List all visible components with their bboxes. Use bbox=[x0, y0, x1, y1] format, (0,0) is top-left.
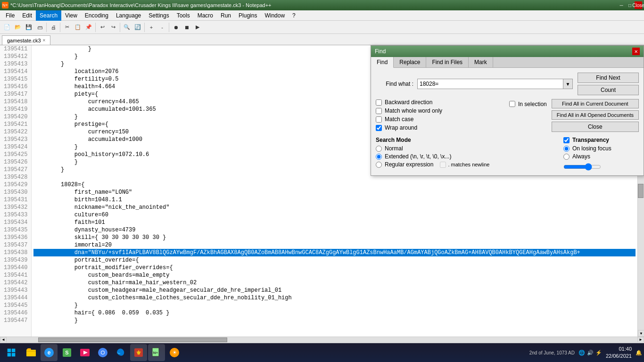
code-line: culture=60 bbox=[33, 211, 636, 219]
menu-run[interactable]: Run bbox=[217, 10, 235, 21]
search-mode-normal-radio[interactable] bbox=[376, 146, 382, 152]
backward-direction-option: Backward direction bbox=[376, 99, 504, 106]
start-button[interactable] bbox=[2, 345, 21, 360]
count-button[interactable]: Count bbox=[578, 85, 639, 95]
taskbar-icon-2[interactable]: e bbox=[41, 344, 58, 361]
search-mode-normal-label: Normal bbox=[385, 145, 403, 152]
menu-search[interactable]: Search bbox=[36, 10, 61, 21]
taskbar-media[interactable] bbox=[76, 344, 93, 361]
match-whole-word-checkbox[interactable] bbox=[376, 108, 382, 114]
tb-paste[interactable]: 📌 bbox=[83, 22, 94, 33]
tb-replace[interactable]: 🔄 bbox=[132, 22, 143, 33]
menu-macro[interactable]: Macro bbox=[194, 10, 217, 21]
find-next-button[interactable]: Find Next bbox=[578, 73, 639, 83]
tb-macro-rec[interactable]: ⏺ bbox=[171, 22, 181, 33]
taskbar-icon-extra[interactable]: ☀ bbox=[166, 344, 183, 361]
find-dialog-close-button[interactable]: ✕ bbox=[632, 48, 640, 55]
tb-find[interactable]: 🔍 bbox=[122, 22, 132, 33]
code-line: } bbox=[33, 302, 636, 309]
search-mode-extended-radio[interactable] bbox=[376, 154, 382, 160]
taskbar-explorer[interactable] bbox=[23, 344, 40, 361]
find-all-current-button[interactable]: Find All in Current Document bbox=[552, 99, 639, 108]
find-tab-find-in-files[interactable]: Find in Files bbox=[426, 57, 469, 67]
line-number: 1395437 bbox=[4, 241, 27, 249]
tb-undo[interactable]: ↩ bbox=[97, 22, 107, 33]
find-what-input[interactable] bbox=[417, 79, 563, 89]
match-case-checkbox[interactable] bbox=[376, 116, 382, 123]
find-options: Backward direction Match whole word only… bbox=[376, 99, 504, 131]
volume-icon[interactable]: 🔊 bbox=[587, 350, 594, 356]
tb-macro-stop[interactable]: ⏹ bbox=[182, 22, 192, 33]
match-whole-word-label: Match whole word only bbox=[385, 107, 442, 114]
line-number: 1395446 bbox=[4, 309, 27, 317]
wrap-around-checkbox[interactable] bbox=[376, 125, 382, 131]
tb-save[interactable]: 💾 bbox=[24, 22, 34, 33]
scroll-right-button[interactable]: ► bbox=[637, 337, 644, 343]
transparency-always-radio[interactable] bbox=[563, 154, 570, 160]
menu-help[interactable]: ? bbox=[289, 10, 299, 21]
horizontal-scrollbar[interactable]: ◄ ► bbox=[0, 337, 644, 342]
horizontal-scrollbar-track[interactable] bbox=[7, 337, 637, 342]
tb-saveall[interactable]: 🗃 bbox=[34, 22, 45, 33]
search-mode-section: Search Mode Normal Extended (\n, \r, \t,… bbox=[376, 137, 554, 171]
scroll-left-button[interactable]: ◄ bbox=[0, 337, 7, 343]
tb-zoomin[interactable]: + bbox=[146, 22, 157, 33]
transparency-label: Transparency bbox=[563, 137, 639, 143]
menu-settings[interactable]: Settings bbox=[145, 10, 173, 21]
close-button[interactable]: Close bbox=[635, 1, 642, 9]
search-mode-regex-radio[interactable] bbox=[376, 162, 382, 168]
menu-file[interactable]: File bbox=[2, 10, 18, 21]
menu-view[interactable]: View bbox=[61, 10, 81, 21]
code-line: custom_hair=male_hair_western_02 bbox=[33, 279, 636, 287]
tb-open[interactable]: 📂 bbox=[13, 22, 23, 33]
backward-direction-checkbox[interactable] bbox=[376, 99, 382, 106]
line-number: 1395423 bbox=[4, 136, 27, 143]
tb-new[interactable]: 📄 bbox=[2, 22, 12, 33]
tb-copy[interactable]: 📋 bbox=[73, 22, 83, 33]
tb-print[interactable]: 🖨 bbox=[48, 22, 58, 33]
transparency-losing-focus-radio[interactable] bbox=[563, 146, 570, 152]
find-tab-mark[interactable]: Mark bbox=[469, 57, 493, 67]
taskbar-icon-3[interactable]: S bbox=[58, 344, 75, 361]
find-what-dropdown[interactable]: ▼ bbox=[563, 79, 573, 89]
transparency-slider[interactable] bbox=[563, 163, 601, 171]
find-body: Find what : ▼ Find Next Count Backward d… bbox=[371, 68, 644, 175]
transparency-on-losing-focus: On losing focus bbox=[563, 145, 639, 152]
menu-plugins[interactable]: Plugins bbox=[235, 10, 261, 21]
code-line: portrait_modifier_overrides={ bbox=[33, 264, 636, 272]
find-tab-find[interactable]: Find bbox=[371, 57, 394, 68]
transparency-checkbox[interactable] bbox=[563, 137, 570, 143]
clock-time: 01:40 bbox=[606, 346, 632, 353]
menu-encoding[interactable]: Encoding bbox=[81, 10, 112, 21]
taskbar-notepadpp[interactable]: N+ bbox=[148, 344, 165, 361]
menu-language[interactable]: Language bbox=[112, 10, 145, 21]
horizontal-scrollbar-thumb[interactable] bbox=[38, 337, 227, 342]
tb-macro-play[interactable]: ▶ bbox=[192, 22, 203, 33]
line-number: 1395445 bbox=[4, 302, 27, 309]
tb-redo[interactable]: ↪ bbox=[108, 22, 118, 33]
minimize-button[interactable]: ─ bbox=[618, 1, 625, 9]
menu-tools[interactable]: Tools bbox=[173, 10, 194, 21]
taskbar-crusader[interactable]: ⚜ bbox=[130, 344, 147, 361]
tb-zoomout[interactable]: - bbox=[157, 22, 167, 33]
close-button[interactable]: Close bbox=[552, 122, 639, 132]
taskbar-edge[interactable] bbox=[112, 344, 129, 361]
toolbar-sep-4 bbox=[120, 23, 120, 32]
menu-edit[interactable]: Edit bbox=[18, 10, 36, 21]
find-all-all-button[interactable]: Find All in All Opened Documents bbox=[552, 110, 639, 120]
tab-close-button[interactable]: × bbox=[43, 38, 46, 43]
notification-button[interactable]: 🔔 bbox=[636, 350, 642, 356]
wrap-around-option: Wrap around bbox=[376, 124, 504, 131]
tb-cut[interactable]: ✂ bbox=[62, 22, 72, 33]
line-number: 1395422 bbox=[4, 128, 27, 136]
line-number: 1395428 bbox=[4, 173, 27, 181]
menu-window[interactable]: Window bbox=[261, 10, 289, 21]
find-dialog-header: Find ✕ bbox=[371, 46, 644, 57]
tab-gamestate[interactable]: gamestate.ck3 × bbox=[2, 35, 50, 45]
find-tab-replace[interactable]: Replace bbox=[394, 57, 426, 67]
taskbar-chrome[interactable] bbox=[94, 344, 111, 361]
line-number: 1395416 bbox=[4, 83, 27, 90]
in-selection-checkbox[interactable] bbox=[509, 101, 515, 107]
scroll-down-button[interactable]: ▼ bbox=[638, 330, 644, 337]
matches-newline-checkbox[interactable] bbox=[440, 162, 446, 168]
